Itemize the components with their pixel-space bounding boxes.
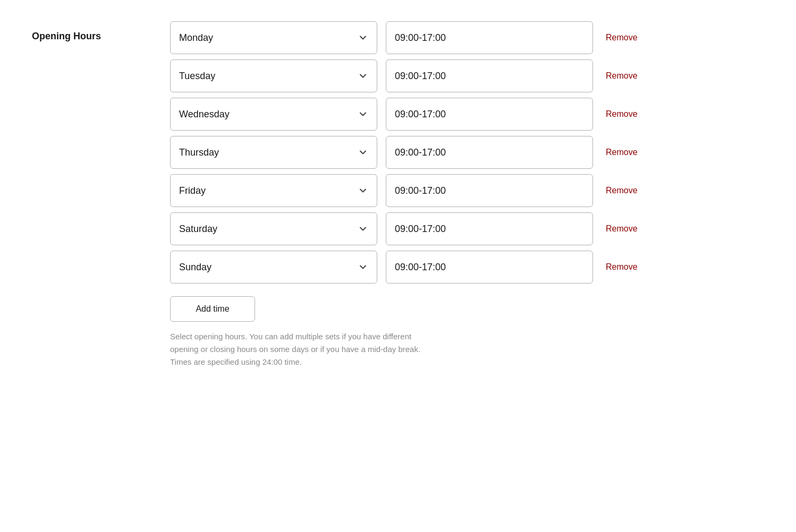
- remove-button-5[interactable]: Remove: [602, 224, 642, 234]
- day-select-2[interactable]: MondayTuesdayWednesdayThursdayFridaySatu…: [170, 98, 377, 131]
- remove-button-3[interactable]: Remove: [602, 148, 642, 157]
- remove-button-1[interactable]: Remove: [602, 71, 642, 81]
- time-row: MondayTuesdayWednesdayThursdayFridaySatu…: [170, 98, 764, 131]
- day-select-6[interactable]: MondayTuesdayWednesdayThursdayFridaySatu…: [170, 251, 377, 284]
- form-content: MondayTuesdayWednesdayThursdayFridaySatu…: [170, 21, 764, 368]
- remove-button-0[interactable]: Remove: [602, 33, 642, 42]
- time-row: MondayTuesdayWednesdayThursdayFridaySatu…: [170, 136, 764, 169]
- time-input-2[interactable]: [386, 98, 593, 131]
- time-row: MondayTuesdayWednesdayThursdayFridaySatu…: [170, 59, 764, 92]
- time-row: MondayTuesdayWednesdayThursdayFridaySatu…: [170, 21, 764, 54]
- day-select-3[interactable]: MondayTuesdayWednesdayThursdayFridaySatu…: [170, 136, 377, 169]
- rows-container: MondayTuesdayWednesdayThursdayFridaySatu…: [170, 21, 764, 289]
- day-select-0[interactable]: MondayTuesdayWednesdayThursdayFridaySatu…: [170, 21, 377, 54]
- day-select-5[interactable]: MondayTuesdayWednesdayThursdayFridaySatu…: [170, 212, 377, 245]
- section-label: Opening Hours: [32, 21, 138, 42]
- time-input-4[interactable]: [386, 174, 593, 207]
- remove-button-2[interactable]: Remove: [602, 109, 642, 119]
- time-input-3[interactable]: [386, 136, 593, 169]
- time-input-5[interactable]: [386, 212, 593, 245]
- help-text: Select opening hours. You can add multip…: [170, 330, 436, 368]
- remove-button-4[interactable]: Remove: [602, 186, 642, 195]
- page-container: Opening Hours MondayTuesdayWednesdayThur…: [0, 0, 796, 532]
- day-select-4[interactable]: MondayTuesdayWednesdayThursdayFridaySatu…: [170, 174, 377, 207]
- time-input-1[interactable]: [386, 59, 593, 92]
- time-input-0[interactable]: [386, 21, 593, 54]
- remove-button-6[interactable]: Remove: [602, 262, 642, 272]
- add-time-button[interactable]: Add time: [170, 296, 255, 322]
- day-select-1[interactable]: MondayTuesdayWednesdayThursdayFridaySatu…: [170, 59, 377, 92]
- time-row: MondayTuesdayWednesdayThursdayFridaySatu…: [170, 212, 764, 245]
- time-row: MondayTuesdayWednesdayThursdayFridaySatu…: [170, 174, 764, 207]
- time-row: MondayTuesdayWednesdayThursdayFridaySatu…: [170, 251, 764, 284]
- time-input-6[interactable]: [386, 251, 593, 284]
